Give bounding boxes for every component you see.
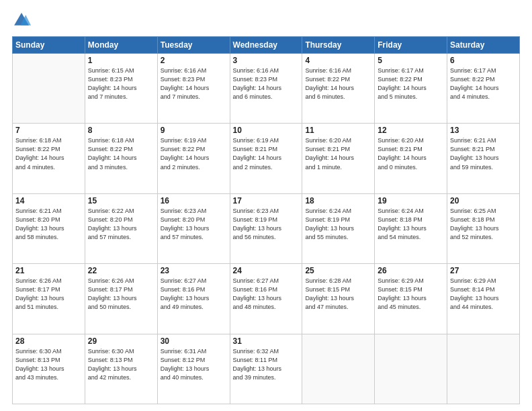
day-info: Sunrise: 6:19 AM Sunset: 8:22 PM Dayligh… <box>161 136 227 171</box>
page: SundayMondayTuesdayWednesdayThursdayFrid… <box>0 0 532 411</box>
day-number: 5 <box>378 56 444 65</box>
day-number: 25 <box>305 266 371 275</box>
calendar-cell: 15Sunrise: 6:22 AM Sunset: 8:20 PM Dayli… <box>85 193 157 263</box>
day-info: Sunrise: 6:27 AM Sunset: 8:16 PM Dayligh… <box>161 277 227 312</box>
day-info: Sunrise: 6:22 AM Sunset: 8:20 PM Dayligh… <box>88 207 154 242</box>
calendar-cell: 25Sunrise: 6:28 AM Sunset: 8:15 PM Dayli… <box>302 264 375 334</box>
day-number: 21 <box>15 266 82 275</box>
calendar-cell: 1Sunrise: 6:15 AM Sunset: 8:23 PM Daylig… <box>85 54 157 124</box>
calendar-table: SundayMondayTuesdayWednesdayThursdayFrid… <box>12 36 520 404</box>
day-info: Sunrise: 6:16 AM Sunset: 8:23 PM Dayligh… <box>161 66 227 101</box>
day-number: 8 <box>88 126 154 135</box>
calendar-cell: 8Sunrise: 6:18 AM Sunset: 8:22 PM Daylig… <box>85 124 157 193</box>
day-info: Sunrise: 6:19 AM Sunset: 8:21 PM Dayligh… <box>233 136 300 171</box>
day-info: Sunrise: 6:30 AM Sunset: 8:13 PM Dayligh… <box>88 347 154 382</box>
day-info: Sunrise: 6:31 AM Sunset: 8:12 PM Dayligh… <box>161 347 227 382</box>
day-number: 28 <box>15 336 82 346</box>
day-info: Sunrise: 6:32 AM Sunset: 8:11 PM Dayligh… <box>233 347 300 382</box>
day-number: 18 <box>305 196 371 205</box>
calendar-week-5: 28Sunrise: 6:30 AM Sunset: 8:13 PM Dayli… <box>13 334 520 404</box>
day-number: 15 <box>88 196 154 205</box>
calendar-cell: 30Sunrise: 6:31 AM Sunset: 8:12 PM Dayli… <box>157 334 230 404</box>
day-number: 22 <box>88 266 154 275</box>
calendar-header-monday: Monday <box>85 37 157 54</box>
day-number: 10 <box>233 126 300 135</box>
calendar-header-thursday: Thursday <box>302 37 375 54</box>
logo <box>12 11 34 30</box>
calendar-cell: 9Sunrise: 6:19 AM Sunset: 8:22 PM Daylig… <box>157 124 230 193</box>
day-number: 20 <box>450 196 517 205</box>
calendar-week-1: 1Sunrise: 6:15 AM Sunset: 8:23 PM Daylig… <box>13 54 520 124</box>
day-info: Sunrise: 6:30 AM Sunset: 8:13 PM Dayligh… <box>15 347 82 382</box>
calendar-cell <box>302 334 375 404</box>
calendar-cell: 16Sunrise: 6:23 AM Sunset: 8:20 PM Dayli… <box>157 193 230 263</box>
calendar-header-saturday: Saturday <box>447 37 520 54</box>
day-info: Sunrise: 6:24 AM Sunset: 8:18 PM Dayligh… <box>378 207 444 242</box>
day-info: Sunrise: 6:29 AM Sunset: 8:15 PM Dayligh… <box>378 277 444 312</box>
day-info: Sunrise: 6:16 AM Sunset: 8:23 PM Dayligh… <box>233 66 300 101</box>
day-info: Sunrise: 6:26 AM Sunset: 8:17 PM Dayligh… <box>15 277 82 312</box>
day-info: Sunrise: 6:23 AM Sunset: 8:20 PM Dayligh… <box>161 207 227 242</box>
day-number: 24 <box>233 266 300 275</box>
day-info: Sunrise: 6:18 AM Sunset: 8:22 PM Dayligh… <box>88 136 154 171</box>
calendar-cell: 23Sunrise: 6:27 AM Sunset: 8:16 PM Dayli… <box>157 264 230 334</box>
calendar-header-row: SundayMondayTuesdayWednesdayThursdayFrid… <box>13 37 520 54</box>
day-number: 17 <box>233 196 300 205</box>
calendar-cell: 2Sunrise: 6:16 AM Sunset: 8:23 PM Daylig… <box>157 54 230 124</box>
day-number: 1 <box>88 56 154 65</box>
day-info: Sunrise: 6:20 AM Sunset: 8:21 PM Dayligh… <box>305 136 371 171</box>
day-info: Sunrise: 6:17 AM Sunset: 8:22 PM Dayligh… <box>378 66 444 101</box>
calendar-week-2: 7Sunrise: 6:18 AM Sunset: 8:22 PM Daylig… <box>13 124 520 193</box>
day-info: Sunrise: 6:28 AM Sunset: 8:15 PM Dayligh… <box>305 277 371 312</box>
calendar-header-friday: Friday <box>375 37 447 54</box>
day-info: Sunrise: 6:26 AM Sunset: 8:17 PM Dayligh… <box>88 277 154 312</box>
day-number: 11 <box>305 126 371 135</box>
calendar-week-4: 21Sunrise: 6:26 AM Sunset: 8:17 PM Dayli… <box>13 264 520 334</box>
day-info: Sunrise: 6:27 AM Sunset: 8:16 PM Dayligh… <box>233 277 300 312</box>
day-number: 2 <box>161 56 227 65</box>
day-info: Sunrise: 6:23 AM Sunset: 8:19 PM Dayligh… <box>233 207 300 242</box>
day-number: 23 <box>161 266 227 275</box>
calendar-header-sunday: Sunday <box>13 37 85 54</box>
calendar-cell: 5Sunrise: 6:17 AM Sunset: 8:22 PM Daylig… <box>375 54 447 124</box>
calendar-cell: 27Sunrise: 6:29 AM Sunset: 8:14 PM Dayli… <box>447 264 520 334</box>
day-number: 13 <box>450 126 517 135</box>
calendar-cell: 29Sunrise: 6:30 AM Sunset: 8:13 PM Dayli… <box>85 334 157 404</box>
calendar-cell: 14Sunrise: 6:21 AM Sunset: 8:20 PM Dayli… <box>13 193 85 263</box>
day-number: 27 <box>450 266 517 275</box>
day-info: Sunrise: 6:16 AM Sunset: 8:22 PM Dayligh… <box>305 66 371 101</box>
day-number: 4 <box>305 56 371 65</box>
day-number: 9 <box>161 126 227 135</box>
calendar-header-tuesday: Tuesday <box>157 37 230 54</box>
day-info: Sunrise: 6:21 AM Sunset: 8:21 PM Dayligh… <box>450 136 517 171</box>
calendar-cell: 21Sunrise: 6:26 AM Sunset: 8:17 PM Dayli… <box>13 264 85 334</box>
calendar-cell: 3Sunrise: 6:16 AM Sunset: 8:23 PM Daylig… <box>230 54 302 124</box>
calendar-cell <box>375 334 447 404</box>
calendar-cell: 22Sunrise: 6:26 AM Sunset: 8:17 PM Dayli… <box>85 264 157 334</box>
calendar-cell <box>447 334 520 404</box>
calendar-week-3: 14Sunrise: 6:21 AM Sunset: 8:20 PM Dayli… <box>13 193 520 263</box>
day-info: Sunrise: 6:21 AM Sunset: 8:20 PM Dayligh… <box>15 207 82 242</box>
calendar-cell: 18Sunrise: 6:24 AM Sunset: 8:19 PM Dayli… <box>302 193 375 263</box>
calendar-cell: 26Sunrise: 6:29 AM Sunset: 8:15 PM Dayli… <box>375 264 447 334</box>
calendar-cell: 13Sunrise: 6:21 AM Sunset: 8:21 PM Dayli… <box>447 124 520 193</box>
day-info: Sunrise: 6:20 AM Sunset: 8:21 PM Dayligh… <box>378 136 444 171</box>
day-number: 19 <box>378 196 444 205</box>
day-number: 3 <box>233 56 300 65</box>
day-number: 30 <box>161 336 227 346</box>
day-number: 31 <box>233 336 300 346</box>
day-number: 7 <box>15 126 82 135</box>
day-number: 14 <box>15 196 82 205</box>
calendar-cell: 10Sunrise: 6:19 AM Sunset: 8:21 PM Dayli… <box>230 124 302 193</box>
calendar-cell: 24Sunrise: 6:27 AM Sunset: 8:16 PM Dayli… <box>230 264 302 334</box>
calendar-cell: 31Sunrise: 6:32 AM Sunset: 8:11 PM Dayli… <box>230 334 302 404</box>
day-number: 26 <box>378 266 444 275</box>
calendar-cell: 19Sunrise: 6:24 AM Sunset: 8:18 PM Dayli… <box>375 193 447 263</box>
calendar-cell: 11Sunrise: 6:20 AM Sunset: 8:21 PM Dayli… <box>302 124 375 193</box>
day-number: 12 <box>378 126 444 135</box>
day-info: Sunrise: 6:18 AM Sunset: 8:22 PM Dayligh… <box>15 136 82 171</box>
calendar-cell: 17Sunrise: 6:23 AM Sunset: 8:19 PM Dayli… <box>230 193 302 263</box>
day-number: 16 <box>161 196 227 205</box>
calendar-header-wednesday: Wednesday <box>230 37 302 54</box>
calendar-cell: 7Sunrise: 6:18 AM Sunset: 8:22 PM Daylig… <box>13 124 85 193</box>
